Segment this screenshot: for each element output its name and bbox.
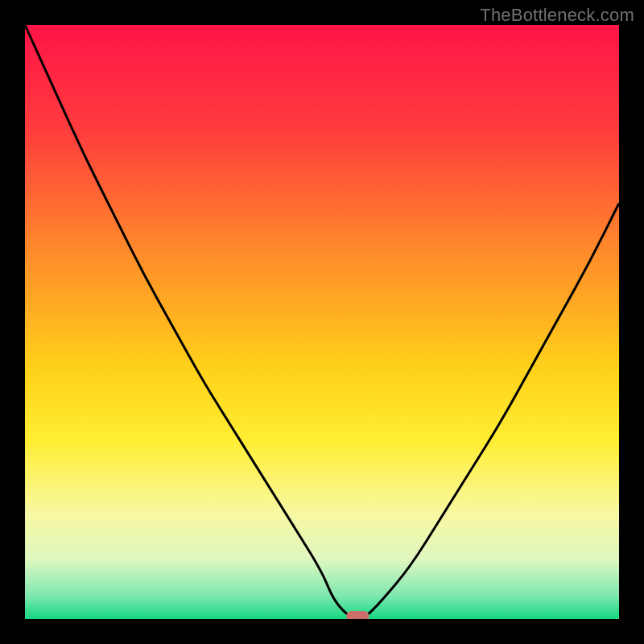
chart-background-gradient <box>25 25 619 619</box>
chart-area <box>25 25 619 619</box>
chart-svg <box>25 25 619 619</box>
optimum-marker <box>346 611 369 619</box>
watermark-text: TheBottleneck.com <box>480 5 634 26</box>
